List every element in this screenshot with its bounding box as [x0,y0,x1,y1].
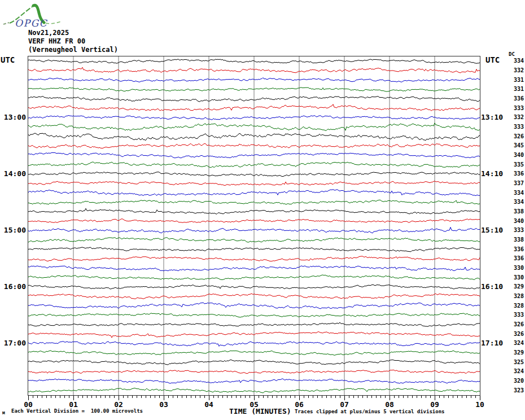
hour-label-right: 15:10 [481,226,503,234]
dc-value: 330 [506,274,524,281]
dc-value: 328 [506,293,524,299]
dc-value: 336 [506,170,524,177]
right-axis-utc-label: UTC [485,55,500,64]
logo-text: OPGC [15,18,47,29]
dc-value: 324 [506,368,524,374]
x-tick-label: 09 [430,400,439,409]
footer-mark: м [2,410,5,415]
dc-value: 320 [506,378,524,384]
dc-value: 325 [506,359,524,365]
dc-value: 326 [506,133,524,139]
x-tick-label: 08 [385,400,394,409]
left-axis-utc-label: UTC [1,55,15,64]
dc-value: 333 [506,312,524,318]
hour-label-left: 17:00 [0,339,26,347]
x-tick-label: 07 [340,400,349,409]
dc-value: 332 [506,114,524,120]
dc-value: 324 [506,340,524,346]
x-tick-label: 10 [475,400,484,409]
hour-label-right: 13:10 [481,113,503,121]
webicorder-page: OPGC Nov21,2025 VERF HHZ FR 00 (Verneugh… [0,0,525,420]
dc-value: 334 [506,199,524,205]
hour-label-right: 16:10 [481,282,503,291]
dc-value: 335 [506,161,524,168]
x-tick-label: 01 [69,400,78,409]
dc-value: 345 [506,142,524,148]
dc-value: 334 [506,190,524,196]
x-tick-label: 05 [250,400,259,409]
dc-value: 338 [506,237,524,243]
x-tick-label: 02 [114,400,123,409]
dc-value: 338 [506,208,524,215]
header-date: Nov21,2025 [28,29,69,37]
x-tick-label: 03 [159,400,168,409]
x-tick-label: 00 [24,400,33,409]
dc-value: 326 [506,321,524,327]
dc-value: 328 [506,303,524,309]
dc-value: 333 [506,105,524,111]
dc-value: 334 [506,58,524,64]
dc-value: 332 [506,67,524,73]
dc-value: 329 [506,349,524,356]
header-station: VERF HHZ FR 00 [28,37,85,45]
dc-value: 330 [506,265,524,271]
dc-column-label: DC [509,51,515,57]
dc-value: 329 [506,283,524,290]
logo-left-dash [3,23,9,24]
x-tick-label: 04 [204,400,213,409]
logo-right-dash [46,21,61,24]
header-channel-description: (Verneugheol Vertical) [28,46,118,54]
dc-value: 331 [506,86,524,92]
dc-value: 336 [506,255,524,261]
dc-value: 331 [506,77,524,83]
dc-value: 336 [506,246,524,252]
hour-label-left: 14:00 [0,169,26,178]
dc-value: 340 [506,218,524,224]
x-tick-label: 06 [295,400,304,409]
scale-note: Each Vertical Division = 100.00 microvol… [11,408,143,414]
helicorder-traces [28,56,480,395]
clip-note: Traces clipped at plus/minus 5 vertical … [295,409,445,414]
x-axis-title: TIME (MINUTES) [229,407,291,415]
hour-label-left: 16:00 [0,282,26,291]
dc-value: 333 [506,227,524,233]
opgc-logo: OPGC [2,1,65,29]
hour-label-left: 15:00 [0,226,26,234]
dc-value: 336 [506,95,524,102]
hour-label-right: 14:10 [481,169,503,178]
dc-value: 340 [506,152,524,158]
hour-label-left: 13:00 [0,113,26,121]
hour-label-right: 17:10 [481,339,503,347]
dc-value: 323 [506,387,524,393]
dc-value: 333 [506,124,524,130]
dc-value: 337 [506,180,524,186]
dc-value: 326 [506,331,524,337]
